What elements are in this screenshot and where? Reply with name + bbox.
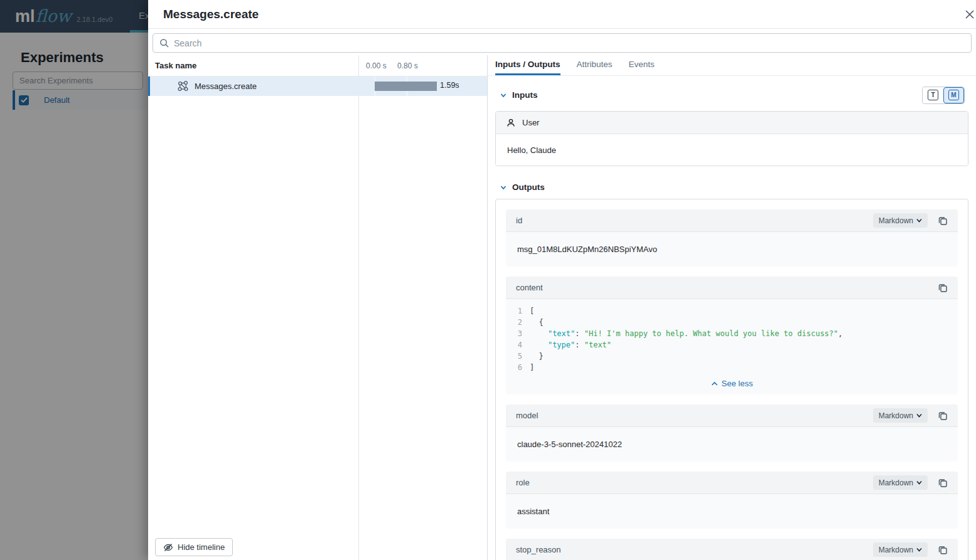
task-name-column-header: Task name [155, 61, 196, 70]
renderer-dropdown[interactable]: Markdown [873, 213, 928, 228]
renderer-dropdown[interactable]: Markdown [873, 542, 928, 557]
code-line: 1[ [506, 305, 958, 317]
close-icon[interactable] [963, 9, 976, 21]
code-lines: 1[2 {3 "text": "Hi! I'm happy to help. W… [506, 305, 958, 373]
see-less-link[interactable]: See less [506, 379, 958, 388]
user-icon [506, 118, 516, 128]
code-line: 3 "text": "Hi! I'm happy to help. What w… [506, 328, 958, 339]
markdown-view-icon: M [948, 90, 959, 100]
search-icon [159, 38, 169, 48]
input-user-card: User Hello, Claude [495, 111, 968, 166]
inputs-section-header[interactable]: Inputs T M [495, 87, 968, 103]
tab-attributes[interactable]: Attributes [577, 55, 613, 75]
outputs-section-header[interactable]: Outputs [495, 179, 968, 195]
code-line: 5 } [506, 351, 958, 362]
field-header-role: role Markdown [506, 472, 958, 494]
output-field-id: id Markdown msg_01M8LdKUZpMn26NBSpiYMAvo [506, 209, 958, 267]
field-value-id: msg_01M8LdKUZpMn26NBSpiYMAvo [506, 232, 958, 267]
tab-inputs-outputs[interactable]: Inputs / Outputs [495, 55, 560, 75]
copy-icon[interactable] [938, 411, 948, 421]
hide-timeline-label: Hide timeline [178, 542, 225, 552]
output-field-stop-reason: stop_reason Markdown [506, 539, 958, 560]
code-line: 6] [506, 362, 958, 373]
trace-search-input[interactable] [174, 38, 965, 48]
copy-icon[interactable] [938, 478, 948, 488]
chevron-up-icon [711, 381, 718, 386]
renderer-dropdown[interactable]: Markdown [873, 475, 928, 490]
trace-search-box[interactable] [153, 33, 972, 53]
span-details-pane: Inputs / Outputs Attributes Events Input… [488, 55, 976, 560]
field-header-model: model Markdown [506, 404, 958, 427]
modal-title: Messages.create [163, 8, 259, 21]
chevron-down-icon [500, 92, 507, 99]
output-field-role: role Markdown assistant [506, 472, 958, 529]
details-tabs: Inputs / Outputs Attributes Events [488, 55, 976, 76]
modal-backdrop[interactable] [0, 0, 148, 560]
eye-off-icon [163, 542, 173, 552]
timeline-tick-0: 0.00 s [366, 61, 387, 70]
span-duration: 1.59s [440, 81, 459, 90]
field-header-content: content [506, 277, 958, 299]
output-field-model: model Markdown claude-3-5-sonnet-2024102… [506, 404, 958, 462]
field-key: model [516, 411, 538, 420]
inputs-section-label: Inputs [512, 90, 538, 100]
outputs-container: id Markdown msg_01M8LdKUZpMn26NBSpiYMAvo [495, 199, 968, 560]
renderer-dropdown[interactable]: Markdown [873, 408, 928, 423]
span-tree-pane: Task name 0.00 s 0.80 s [148, 55, 488, 560]
tree-header: Task name 0.00 s 0.80 s [148, 55, 487, 77]
field-header-id: id Markdown [506, 209, 958, 232]
tab-events[interactable]: Events [629, 55, 655, 75]
input-role-label: User [522, 118, 539, 127]
field-value-role: assistant [506, 494, 958, 529]
span-name[interactable]: Messages.create [195, 82, 257, 91]
code-line: 2 { [506, 317, 958, 328]
output-field-content: content 1[2 {3 "text": "Hi! I'm happy to… [506, 277, 958, 394]
details-scroll-area: Inputs T M User Hello, Claude [488, 76, 976, 560]
input-message-text: Hello, Claude [496, 134, 968, 166]
text-view-button[interactable]: T [923, 87, 943, 103]
markdown-view-button[interactable]: M [943, 87, 964, 103]
trace-span-icon [178, 81, 188, 92]
render-mode-toggle: T M [922, 87, 965, 104]
modal-header: Messages.create [148, 0, 976, 29]
timeline-divider [358, 55, 359, 560]
trace-detail-modal: Messages.create Task name 0.00 s 0.80 s [148, 0, 976, 560]
field-key: stop_reason [516, 545, 561, 554]
copy-icon[interactable] [938, 283, 948, 293]
input-user-card-header: User [496, 112, 968, 134]
chevron-down-icon [916, 547, 922, 552]
chevron-down-icon [916, 480, 922, 485]
chevron-down-icon [500, 184, 507, 191]
field-key: content [516, 283, 543, 292]
hide-timeline-button[interactable]: Hide timeline [155, 538, 233, 556]
timeline-tick-1: 0.80 s [397, 61, 418, 70]
copy-icon[interactable] [938, 545, 948, 555]
modal-body: Task name 0.00 s 0.80 s [148, 55, 976, 560]
chevron-down-icon [916, 218, 922, 223]
field-header-stop-reason: stop_reason Markdown [506, 539, 958, 560]
field-value-model: claude-3-5-sonnet-20241022 [506, 427, 958, 462]
field-key: role [516, 478, 530, 487]
text-view-icon: T [928, 90, 938, 100]
chevron-down-icon [916, 413, 922, 418]
span-row-messages-create[interactable]: Messages.create 1.59s [148, 77, 487, 96]
field-key: id [516, 216, 522, 225]
json-code-block: 1[2 {3 "text": "Hi! I'm happy to help. W… [506, 299, 958, 394]
code-line: 4 "type": "text" [506, 339, 958, 351]
timeline-bar [375, 82, 437, 91]
outputs-section-label: Outputs [512, 182, 545, 192]
copy-icon[interactable] [938, 216, 948, 226]
